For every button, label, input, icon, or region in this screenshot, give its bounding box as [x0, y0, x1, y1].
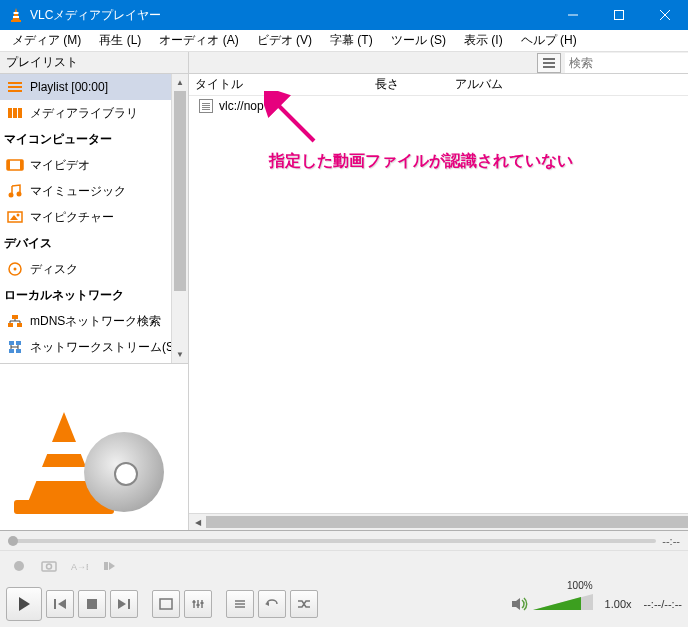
svg-rect-3 [13, 16, 19, 18]
speaker-icon[interactable] [511, 596, 529, 612]
sidebar-item-label: mDNSネットワーク検索 [30, 313, 188, 330]
menu-video[interactable]: ビデオ (V) [249, 30, 320, 51]
svg-rect-60 [193, 601, 196, 603]
svg-line-43 [274, 101, 314, 141]
playlist-hscroll[interactable]: ◀ ▶ [189, 513, 688, 530]
play-button[interactable] [6, 587, 42, 621]
sidebar-header-computer: マイコンピューター [0, 126, 188, 152]
scroll-down-icon[interactable]: ▼ [172, 346, 188, 363]
loop-button[interactable] [258, 590, 286, 618]
content-area: プレイリスト Playlist [00:00] メディアライブラリ マイコンピュ… [0, 52, 688, 531]
sidebar-item-music[interactable]: マイミュージック [0, 178, 188, 204]
next-button[interactable] [110, 590, 138, 618]
svg-rect-62 [201, 602, 204, 604]
annotation-arrow-icon [264, 91, 324, 151]
sidebar-item-label: マイミュージック [30, 183, 188, 200]
minimize-button[interactable] [550, 0, 596, 30]
annotation-text: 指定した動画ファイルが認識されていない [269, 151, 573, 172]
window-title: VLCメディアプレイヤー [30, 7, 550, 24]
playback-speed[interactable]: 1.00x [605, 598, 632, 610]
svg-point-44 [14, 561, 24, 571]
sidebar-item-library[interactable]: メディアライブラリ [0, 100, 188, 126]
sidebar-item-label: ディスク [30, 261, 188, 278]
sidebar-header: プレイリスト [0, 52, 188, 74]
svg-rect-61 [197, 604, 200, 606]
scroll-left-icon[interactable]: ◀ [189, 514, 206, 530]
col-length[interactable]: 長さ [375, 76, 455, 93]
controls-primary: 100% 1.00x --:--/--:-- [0, 581, 688, 627]
ab-loop-button[interactable]: A→B [66, 554, 92, 578]
menu-subtitle[interactable]: 字幕 (T) [322, 30, 381, 51]
volume-slider[interactable]: 100% [533, 592, 593, 616]
svg-rect-16 [20, 160, 23, 170]
sidebar-scrollbar[interactable]: ▲ ▼ [171, 74, 188, 363]
sidebar-item-label: メディアライブラリ [30, 105, 188, 122]
menu-help[interactable]: ヘルプ (H) [513, 30, 585, 51]
frame-step-button[interactable] [96, 554, 122, 578]
playlist-panel: タイトル 長さ アルバム vlc://nop 指定した動画ファイルが認識されてい… [189, 52, 688, 530]
snapshot-button[interactable] [36, 554, 62, 578]
record-button[interactable] [6, 554, 32, 578]
menu-tools[interactable]: ツール (S) [383, 30, 454, 51]
scroll-thumb[interactable] [174, 91, 186, 291]
sidebar-item-label: ネットワークストリーム(SAP) [30, 339, 188, 356]
svg-text:A→B: A→B [71, 562, 88, 572]
maximize-button[interactable] [596, 0, 642, 30]
sidebar-item-sap[interactable]: ネットワークストリーム(SAP) [0, 334, 188, 360]
shuffle-button[interactable] [290, 590, 318, 618]
svg-rect-15 [7, 160, 10, 170]
svg-point-24 [14, 268, 17, 271]
music-icon [6, 182, 24, 200]
sidebar-header-devices: デバイス [0, 230, 188, 256]
svg-rect-56 [160, 599, 172, 609]
svg-marker-69 [533, 597, 581, 610]
svg-rect-33 [16, 341, 21, 345]
svg-rect-25 [12, 315, 18, 319]
sidebar-item-playlist[interactable]: Playlist [00:00] [0, 74, 188, 100]
playlist-icon [6, 78, 24, 96]
playlist-toolbar [189, 52, 688, 74]
svg-rect-34 [9, 349, 14, 353]
sidebar-item-video[interactable]: マイビデオ [0, 152, 188, 178]
sidebar-item-label: マイピクチャー [30, 209, 188, 226]
search-input[interactable] [565, 53, 688, 73]
svg-rect-35 [16, 349, 21, 353]
svg-marker-0 [12, 8, 20, 21]
svg-marker-50 [19, 597, 30, 611]
menubar: メディア (M) 再生 (L) オーディオ (A) ビデオ (V) 字幕 (T)… [0, 30, 688, 52]
sidebar-item-disc[interactable]: ディスク [0, 256, 188, 282]
playlist-toggle-button[interactable] [226, 590, 254, 618]
seek-bar-row: --:-- [0, 531, 688, 551]
extended-settings-button[interactable] [184, 590, 212, 618]
svg-rect-12 [13, 108, 17, 118]
col-album[interactable]: アルバム [455, 76, 688, 93]
menu-playback[interactable]: 再生 (L) [91, 30, 149, 51]
scroll-up-icon[interactable]: ▲ [172, 74, 188, 91]
cover-art [0, 364, 188, 530]
sidebar: プレイリスト Playlist [00:00] メディアライブラリ マイコンピュ… [0, 52, 189, 530]
sap-icon [6, 338, 24, 356]
svg-rect-13 [18, 108, 22, 118]
time-display[interactable]: --:--/--:-- [644, 598, 682, 610]
menu-view[interactable]: 表示 (I) [456, 30, 511, 51]
stop-button[interactable] [78, 590, 106, 618]
volume-label: 100% [567, 580, 593, 591]
video-icon [6, 156, 24, 174]
prev-button[interactable] [46, 590, 74, 618]
playlist-area[interactable]: vlc://nop 指定した動画ファイルが認識されていない [189, 96, 688, 513]
svg-rect-27 [17, 323, 22, 327]
fullscreen-button[interactable] [152, 590, 180, 618]
seek-slider[interactable] [8, 539, 656, 543]
menu-audio[interactable]: オーディオ (A) [151, 30, 246, 51]
view-mode-button[interactable] [537, 53, 561, 73]
sidebar-item-picture[interactable]: マイピクチャー [0, 204, 188, 230]
menu-media[interactable]: メディア (M) [4, 30, 89, 51]
controls-secondary: A→B [0, 551, 688, 581]
svg-rect-53 [87, 599, 97, 609]
svg-marker-49 [109, 562, 115, 570]
sidebar-item-mdns[interactable]: mDNSネットワーク検索 [0, 308, 188, 334]
close-button[interactable] [642, 0, 688, 30]
svg-rect-5 [615, 11, 624, 20]
svg-rect-32 [9, 341, 14, 345]
picture-icon [6, 208, 24, 226]
